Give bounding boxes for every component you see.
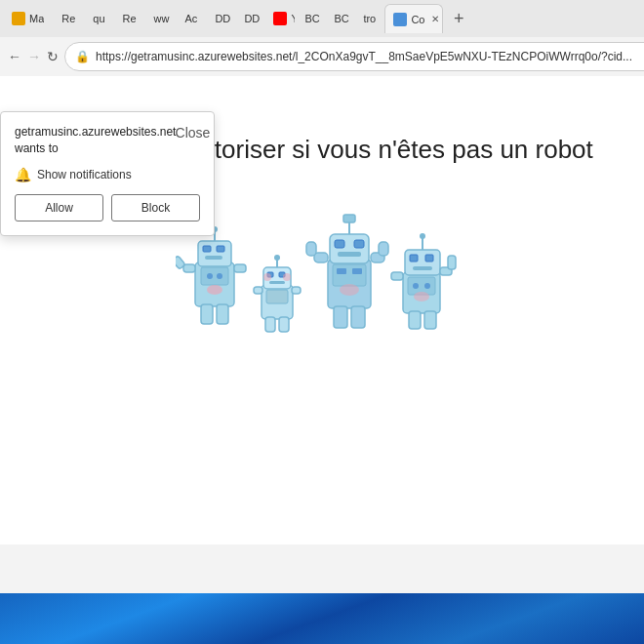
svg-rect-12 bbox=[201, 304, 213, 324]
svg-point-46 bbox=[340, 284, 359, 296]
address-bar[interactable]: 🔒 https://getramusinc.azurewebsites.net/… bbox=[64, 42, 644, 71]
svg-rect-40 bbox=[314, 253, 328, 262]
svg-point-56 bbox=[424, 283, 430, 289]
svg-rect-59 bbox=[391, 272, 403, 280]
svg-rect-37 bbox=[333, 264, 366, 286]
tab-label: Re bbox=[61, 13, 75, 24]
svg-rect-43 bbox=[379, 242, 388, 256]
refresh-button[interactable]: ↻ bbox=[47, 43, 59, 70]
tab-acl[interactable]: Ac bbox=[178, 4, 206, 33]
svg-rect-52 bbox=[425, 255, 433, 262]
svg-rect-38 bbox=[337, 268, 346, 274]
svg-rect-48 bbox=[405, 250, 440, 275]
svg-rect-25 bbox=[292, 287, 301, 294]
svg-point-55 bbox=[413, 283, 419, 289]
tab-label: DD bbox=[215, 13, 230, 24]
svg-point-8 bbox=[207, 273, 213, 279]
svg-point-15 bbox=[207, 285, 222, 295]
svg-rect-23 bbox=[266, 290, 288, 303]
svg-rect-5 bbox=[217, 246, 224, 252]
address-bar-row: ← → ↻ 🔒 https://getramusinc.azurewebsite… bbox=[0, 37, 644, 76]
back-button[interactable]: ← bbox=[8, 43, 21, 70]
allow-button[interactable]: Allow bbox=[15, 194, 103, 221]
tab-tro[interactable]: tro bbox=[355, 4, 382, 33]
svg-rect-31 bbox=[330, 234, 369, 263]
block-button[interactable]: Block bbox=[111, 194, 200, 221]
tab-co-active[interactable]: Co ✕ bbox=[384, 4, 443, 33]
svg-rect-13 bbox=[217, 304, 228, 324]
show-notifications-label: Show notifications bbox=[37, 168, 132, 181]
svg-rect-53 bbox=[413, 266, 432, 270]
svg-point-62 bbox=[414, 292, 429, 302]
svg-rect-51 bbox=[410, 255, 418, 262]
svg-rect-34 bbox=[335, 240, 344, 248]
browser-chrome: Ma Re qu Re ww Ac DD DD bbox=[0, 0, 644, 76]
svg-point-19 bbox=[274, 255, 280, 261]
svg-rect-1 bbox=[198, 241, 231, 266]
url-text: https://getramusinc.azurewebsites.net/l_… bbox=[96, 50, 632, 63]
tab-label: Co bbox=[411, 14, 424, 25]
tab-bar: Ma Re qu Re ww Ac DD DD bbox=[0, 0, 644, 37]
tab-label: Re bbox=[123, 13, 137, 24]
svg-rect-60 bbox=[409, 311, 421, 329]
tab-dd1[interactable]: DD bbox=[207, 4, 234, 33]
show-notifications-row: 🔔 Show notifications bbox=[15, 167, 200, 182]
svg-rect-61 bbox=[424, 311, 436, 329]
svg-rect-10 bbox=[183, 264, 195, 272]
tab-label: DD bbox=[244, 13, 260, 24]
tab-bc2[interactable]: BC bbox=[326, 4, 353, 33]
svg-rect-44 bbox=[334, 306, 347, 328]
svg-rect-33 bbox=[343, 215, 355, 222]
tab-label: Ac bbox=[185, 13, 198, 24]
svg-rect-22 bbox=[269, 281, 285, 284]
notification-popup: getramusinc.azurewebsites.net wants to C… bbox=[0, 111, 215, 236]
svg-point-28 bbox=[263, 273, 271, 281]
bell-icon: 🔔 bbox=[15, 167, 31, 182]
tab-qui[interactable]: qu bbox=[85, 4, 112, 33]
svg-rect-24 bbox=[254, 287, 262, 294]
tab-ma[interactable]: Ma bbox=[4, 4, 52, 33]
tab-bc1[interactable]: BC bbox=[297, 4, 324, 33]
tab-dd2[interactable]: DD bbox=[236, 4, 263, 33]
robots-illustration bbox=[176, 194, 468, 354]
popup-header: getramusinc.azurewebsites.net wants to C… bbox=[15, 124, 200, 157]
tab-close-button[interactable]: ✕ bbox=[428, 13, 442, 26]
svg-rect-6 bbox=[205, 256, 222, 260]
tab-label: qu bbox=[93, 13, 104, 24]
tab-label: ww bbox=[154, 13, 170, 24]
svg-rect-11 bbox=[234, 264, 246, 272]
svg-rect-27 bbox=[279, 317, 289, 332]
svg-rect-41 bbox=[306, 242, 316, 256]
svg-rect-58 bbox=[448, 256, 456, 269]
forward-button[interactable]: → bbox=[27, 43, 41, 70]
lock-icon: 🔒 bbox=[75, 50, 90, 63]
tab-you[interactable]: You bbox=[265, 4, 295, 33]
svg-rect-4 bbox=[203, 246, 211, 252]
svg-rect-36 bbox=[338, 252, 361, 257]
svg-rect-35 bbox=[354, 240, 364, 248]
svg-point-29 bbox=[283, 273, 291, 281]
tab-label: tro bbox=[363, 13, 376, 24]
tab-label: You bbox=[291, 13, 295, 24]
new-tab-button[interactable]: + bbox=[445, 5, 472, 32]
windows-taskbar bbox=[0, 593, 644, 644]
read-aloud-icon[interactable]: A bbox=[638, 45, 644, 68]
svg-point-50 bbox=[420, 233, 425, 239]
svg-rect-7 bbox=[201, 267, 228, 285]
popup-title: getramusinc.azurewebsites.net wants to bbox=[15, 124, 183, 157]
svg-rect-26 bbox=[265, 317, 275, 332]
tab-ww[interactable]: ww bbox=[146, 4, 176, 33]
svg-point-9 bbox=[217, 273, 222, 279]
tab-label: BC bbox=[334, 13, 348, 24]
tab-label: Ma bbox=[29, 13, 44, 24]
svg-rect-39 bbox=[352, 268, 362, 274]
svg-rect-45 bbox=[351, 306, 365, 328]
address-right-icons: A ☆ ⧉ bbox=[638, 45, 644, 68]
popup-close-button[interactable]: Close bbox=[183, 124, 201, 141]
tab-label: BC bbox=[304, 13, 319, 24]
tab-rej1[interactable]: Re bbox=[54, 4, 83, 33]
popup-buttons: Allow Block bbox=[15, 194, 200, 221]
tab-rej2[interactable]: Re bbox=[115, 4, 144, 33]
robots-svg bbox=[176, 194, 468, 350]
